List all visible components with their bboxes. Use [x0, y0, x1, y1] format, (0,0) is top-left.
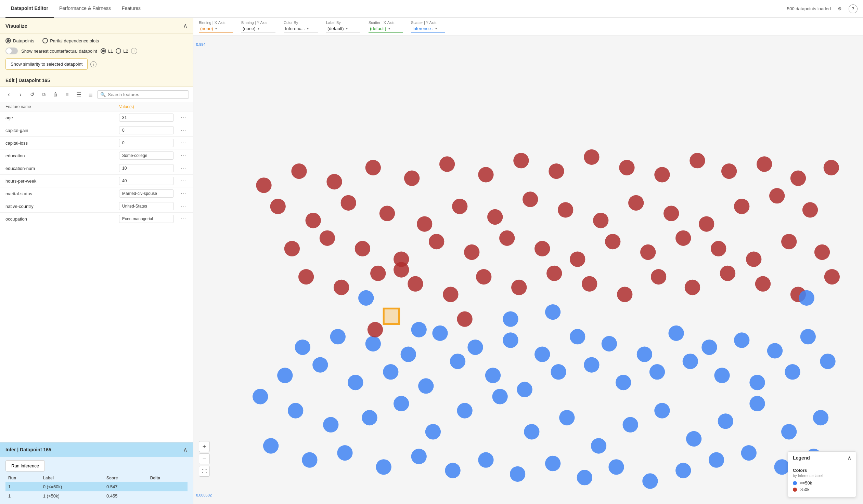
similarity-button[interactable]: Show similarity to selected datapoint	[5, 59, 88, 70]
list1-button[interactable]: ≡	[62, 90, 72, 99]
scatter-x-value[interactable]: (default) ▾	[368, 25, 403, 33]
binning-x-value[interactable]: (none) ▾	[199, 25, 233, 33]
svg-point-57	[467, 339, 483, 355]
more-options-button[interactable]: ···	[181, 203, 188, 209]
tab-performance-fairness[interactable]: Performance & Fairness	[54, 0, 116, 18]
feature-value-input[interactable]	[119, 215, 174, 223]
l-info-icon[interactable]: i	[131, 48, 137, 54]
feature-value-input[interactable]	[119, 126, 174, 134]
svg-point-25	[510, 466, 525, 482]
feature-value-input[interactable]	[119, 114, 174, 122]
delete-button[interactable]: 🗑	[51, 90, 60, 99]
legend-label-red: >50k	[800, 487, 810, 492]
counterfactual-toggle[interactable]	[5, 48, 18, 54]
label-by-dropdown[interactable]: Label By (default) ▾	[326, 21, 360, 33]
l2-label: L2	[123, 49, 128, 54]
svg-point-1	[288, 403, 303, 418]
zoom-out-button[interactable]: −	[199, 453, 210, 464]
scatter-y-dropdown[interactable]: Scatter | Y-Axis Inference : ▾	[411, 21, 445, 33]
search-box: 🔍	[97, 90, 189, 99]
more-options-button[interactable]: ···	[181, 153, 188, 159]
settings-icon[interactable]: ⚙	[835, 4, 845, 14]
svg-point-82	[721, 164, 737, 179]
more-options-button[interactable]: ···	[181, 178, 188, 184]
svg-point-85	[824, 160, 839, 176]
svg-point-77	[549, 164, 564, 179]
tab-datapoint-editor[interactable]: Datapoint Editor	[5, 0, 54, 18]
radio-l2[interactable]: L2	[116, 48, 128, 54]
svg-point-26	[545, 456, 561, 471]
feature-value-input[interactable]	[119, 139, 174, 147]
list2-button[interactable]: ☰	[74, 90, 84, 99]
legend-sub-label: by Inference label	[793, 474, 851, 478]
color-by-value[interactable]: Inferenc... ▾	[284, 25, 318, 33]
binning-x-dropdown[interactable]: Binning | X-Axis (none) ▾	[199, 21, 233, 33]
more-options-button[interactable]: ···	[181, 127, 188, 133]
svg-point-18	[263, 438, 278, 453]
run-inference-button[interactable]: Run inference	[5, 460, 45, 471]
feature-row: occupation ···	[0, 213, 193, 225]
feature-value-input[interactable]	[119, 177, 174, 185]
tab-features[interactable]: Features	[116, 0, 146, 18]
svg-point-140	[503, 311, 518, 327]
prev-button[interactable]: ‹	[4, 90, 14, 99]
binning-y-dropdown[interactable]: Binning | Y-Axis (none) ▾	[241, 21, 275, 33]
left-panel: Visualize ∧ Datapoints Partial dependenc…	[0, 18, 193, 504]
feature-value-input[interactable]	[119, 152, 174, 160]
svg-point-111	[605, 234, 621, 249]
radio-partial-label: Partial dependence plots	[50, 38, 99, 43]
search-input[interactable]	[108, 92, 186, 97]
infer-title: Infer | Datapoint 165	[5, 447, 51, 452]
help-icon[interactable]: ?	[849, 4, 858, 13]
zoom-fit-button[interactable]: ⛶	[199, 466, 210, 477]
more-options-button[interactable]: ···	[181, 191, 188, 197]
scatter-container[interactable]: 0.994 0.000502	[193, 36, 863, 504]
scatter-y-value[interactable]: Inference : ▾	[411, 25, 445, 33]
label-by-value[interactable]: (default) ▾	[326, 25, 360, 33]
feature-value-input[interactable]	[119, 164, 174, 172]
svg-point-134	[358, 290, 374, 306]
infer-collapse-btn[interactable]: ∧	[183, 446, 188, 453]
feature-row: capital-loss ···	[0, 137, 193, 150]
svg-point-117	[814, 245, 830, 260]
radio-partial-circle	[42, 38, 48, 43]
feature-value-input[interactable]	[119, 190, 174, 198]
svg-point-60	[570, 329, 585, 344]
visualize-collapse-btn[interactable]: ∧	[183, 22, 188, 29]
legend-collapse-icon[interactable]: ∧	[848, 455, 851, 461]
svg-point-48	[714, 367, 729, 383]
scatter-plot[interactable]	[193, 36, 863, 504]
more-options-button[interactable]: ···	[181, 165, 188, 171]
next-button[interactable]: ›	[16, 90, 25, 99]
main-layout: Visualize ∧ Datapoints Partial dependenc…	[0, 18, 863, 504]
radio-l1[interactable]: L1	[101, 48, 113, 54]
color-by-dropdown[interactable]: Color By Inferenc... ▾	[284, 21, 318, 33]
svg-point-76	[513, 153, 529, 168]
feature-value-input[interactable]	[119, 202, 174, 210]
feature-row: hours-per-week ···	[0, 175, 193, 188]
search-icon: 🔍	[100, 92, 106, 97]
zoom-in-button[interactable]: +	[199, 441, 210, 452]
radio-partial-dependence[interactable]: Partial dependence plots	[42, 38, 99, 43]
similarity-info-icon[interactable]: i	[90, 61, 97, 67]
infer-header-row: RunLabelScoreDelta	[5, 474, 188, 482]
more-options-button[interactable]: ···	[181, 140, 188, 146]
history-button[interactable]: ↺	[27, 90, 37, 99]
svg-point-7	[492, 389, 508, 404]
scatter-x-dropdown[interactable]: Scatter | X-Axis (default) ▾	[368, 21, 403, 33]
radio-datapoints[interactable]: Datapoints	[5, 38, 34, 43]
list3-button[interactable]: ≣	[86, 90, 95, 99]
svg-point-20	[337, 445, 352, 461]
more-options-button[interactable]: ···	[181, 216, 188, 222]
copy-button[interactable]: ⧉	[39, 90, 49, 99]
binning-y-value[interactable]: (none) ▾	[241, 25, 275, 33]
more-options-button[interactable]: ···	[181, 115, 188, 121]
svg-point-84	[790, 171, 806, 186]
svg-point-30	[675, 463, 691, 478]
svg-point-122	[443, 286, 458, 302]
svg-point-43	[551, 364, 566, 379]
svg-point-97	[663, 206, 679, 221]
binning-x-chevron: ▾	[215, 27, 217, 30]
svg-point-86	[270, 199, 286, 214]
svg-point-119	[334, 280, 349, 295]
